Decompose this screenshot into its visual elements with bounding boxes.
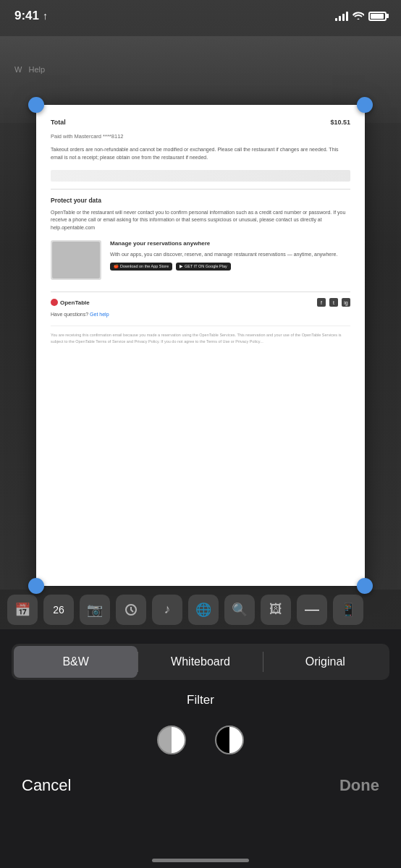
action-buttons: Cancel Done: [0, 776, 401, 795]
original-label: Original: [305, 655, 345, 668]
wifi-icon: [353, 10, 364, 22]
dock-area: 📅 26 📷 ♪ 🌐 🔍 🖼 — 📱: [0, 590, 401, 629]
total-row: Total $10.51: [51, 118, 350, 127]
twitter-icon: t: [329, 298, 338, 307]
home-indicator: [0, 859, 401, 868]
app-title: Manage your reservations anywhere: [110, 240, 350, 247]
social-icons: f t ig: [317, 298, 350, 307]
tab-whiteboard[interactable]: Whiteboard: [138, 646, 262, 678]
facebook-icon: f: [317, 298, 326, 307]
whiteboard-label: Whiteboard: [171, 655, 230, 668]
total-label: Total: [51, 118, 66, 127]
document-container[interactable]: Total $10.51 Paid with Mastercard ****81…: [36, 105, 365, 586]
yin-yang-icon: [157, 726, 186, 754]
appstore-button[interactable]: 🍎 Download on the App Store: [110, 263, 172, 271]
bw-label: B&W: [62, 655, 88, 668]
googleplay-button[interactable]: ▶ GET IT ON Google Play: [176, 263, 231, 271]
protect-header: Protect your data: [51, 197, 350, 205]
play-icon: ▶: [180, 264, 183, 270]
store-buttons: 🍎 Download on the App Store ▶ GET IT ON …: [110, 263, 350, 271]
appstore-label: Download on the App Store: [120, 264, 169, 270]
corner-handle-bl[interactable]: [28, 578, 44, 594]
corner-handle-tl[interactable]: [28, 97, 44, 113]
filter-label: Filter: [187, 693, 214, 707]
apple-icon: 🍎: [114, 264, 119, 270]
opentable-logo: OpenTable: [51, 299, 90, 307]
corner-handle-tr[interactable]: [357, 97, 373, 113]
document-content: Total $10.51 Paid with Mastercard ****81…: [36, 105, 365, 357]
app-info: Manage your reservations anywhere With o…: [110, 240, 350, 271]
dock-icon-globe[interactable]: 🌐: [188, 595, 219, 625]
get-help-link[interactable]: Get help: [90, 312, 109, 317]
dock-icon-search[interactable]: 🔍: [224, 595, 255, 625]
battery-icon: [368, 12, 387, 21]
dock-icon-3[interactable]: [116, 595, 146, 625]
logo-circle: [51, 299, 58, 306]
brightness-button[interactable]: [211, 722, 248, 758]
slider-area: [0, 722, 401, 758]
status-icons: [335, 10, 387, 22]
color-adjust-button[interactable]: [153, 722, 190, 758]
paid-label: Paid with Mastercard ****8112: [51, 133, 123, 140]
instagram-icon: ig: [342, 298, 350, 307]
paid-row: Paid with Mastercard ****8112: [51, 133, 350, 141]
half-circle-icon: [215, 726, 244, 754]
divider-1: [51, 189, 350, 190]
camera-background: W Help Total $10.51 Paid with Mas: [0, 0, 401, 629]
dock-icon-camera[interactable]: 📷: [80, 595, 110, 625]
status-bar: 9:41 ↑: [0, 0, 401, 32]
fine-print: You are receiving this confirmation emai…: [51, 326, 350, 344]
camera-area: W Help Total $10.51 Paid with Mas: [0, 0, 401, 629]
notice-text: Takeout orders are non-refundable and ca…: [51, 146, 350, 161]
dock-icon-phone[interactable]: 📱: [333, 595, 363, 625]
dock-icon-music[interactable]: ♪: [152, 595, 182, 625]
tab-bw[interactable]: B&W: [14, 646, 138, 678]
phone-images: [51, 240, 101, 280]
time-display: 9:41: [14, 9, 39, 23]
location-icon: ↑: [43, 10, 48, 22]
footer: OpenTable f t ig: [51, 298, 350, 307]
total-amount: $10.51: [330, 118, 350, 127]
googleplay-label: GET IT ON Google Play: [185, 264, 227, 270]
home-bar: [152, 859, 249, 862]
dock-icon-photo[interactable]: 🖼: [261, 595, 291, 625]
filter-tabs: B&W Whiteboard Original: [12, 644, 389, 680]
document-scan: Total $10.51 Paid with Mastercard ****81…: [36, 105, 365, 586]
app-section: Manage your reservations anywhere With o…: [51, 240, 350, 280]
questions-text: Have questions?: [51, 312, 88, 317]
image-placeholder: [51, 170, 350, 182]
help-overlay: W Help: [14, 65, 45, 74]
tab-original[interactable]: Original: [263, 646, 387, 678]
dock-icon-calendar[interactable]: 📅: [7, 595, 38, 625]
dock-icon-26[interactable]: 26: [43, 595, 74, 625]
done-button[interactable]: Done: [339, 776, 379, 795]
cancel-button[interactable]: Cancel: [22, 776, 71, 795]
phone-inner: [52, 242, 100, 278]
app-desc: With our apps, you can discover, reserve…: [110, 251, 350, 258]
help-text: W Help: [14, 65, 45, 74]
bottom-controls: B&W Whiteboard Original Filter Cancel Do…: [0, 629, 401, 868]
status-time: 9:41 ↑: [14, 9, 48, 23]
filter-label-area: Filter: [0, 693, 401, 707]
opentable-name: OpenTable: [60, 299, 90, 307]
questions-row: Have questions? Get help: [51, 311, 350, 318]
footer-divider: [51, 292, 350, 292]
corner-handle-br[interactable]: [357, 578, 373, 594]
dock-icon-dash[interactable]: —: [297, 595, 327, 625]
protect-text: OpenTable or the restaurant will never c…: [51, 209, 350, 232]
signal-icon: [335, 11, 348, 21]
